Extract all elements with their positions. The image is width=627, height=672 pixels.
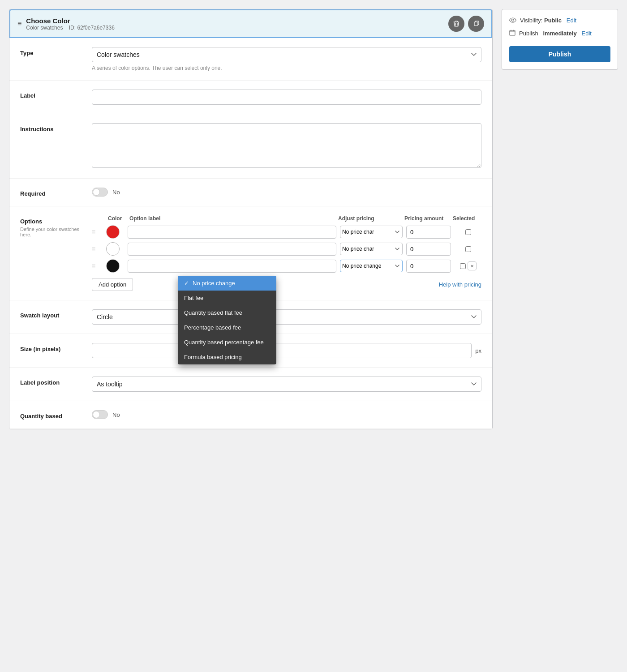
option-row-1: ≡ No price char [92,225,481,239]
pricing-select-2[interactable]: No price char [340,243,403,255]
options-row: Options Define your color swatches here.… [9,206,492,300]
label-control: Choose Color [92,90,481,105]
required-toggle-label: No [112,189,120,196]
color-swatch-2[interactable] [106,242,120,256]
pricing-amount-3[interactable] [406,260,451,273]
label-input[interactable]: Choose Color [92,90,481,105]
instructions-control [92,123,481,169]
required-toggle[interactable] [92,188,108,197]
field-header: ≡ Choose Color Color swatches ID: 62f0e7… [9,9,492,38]
svg-rect-2 [510,30,515,35]
required-toggle-knob [93,188,100,196]
color-swatch-1[interactable] [106,225,120,239]
required-label: Required [20,188,83,197]
publish-card: Visibility: Public Edit Publish [502,9,618,70]
col-selected: Selected [453,215,480,222]
size-input[interactable]: 30 [92,343,472,358]
size-control: 30 px [92,343,481,358]
quantity-based-row: Quantity based No [9,401,492,429]
option-label-input-2[interactable] [128,243,336,256]
type-label: Type [20,47,83,56]
selected-checkbox-2[interactable] [465,246,471,252]
publish-timing-label: Publish immediately Edit [519,30,592,37]
svg-rect-0 [474,22,478,26]
option-label-input-1[interactable] [128,226,336,239]
quantity-based-label: Quantity based [20,410,83,419]
drag-handle-icon[interactable]: ≡ [17,20,21,28]
publish-edit-link[interactable]: Edit [581,30,591,37]
options-actions: Add option Help with pricing [92,278,481,291]
dropdown-item-flat-fee[interactable]: Flat fee [178,291,276,305]
swatch-layout-control: Circle [92,309,481,325]
size-unit: px [475,347,481,354]
col-option-label: Option label [129,215,335,222]
duplicate-button[interactable] [468,16,484,32]
instructions-textarea[interactable] [92,123,481,168]
instructions-label: Instructions [20,123,83,133]
label-position-control: As tooltip [92,377,481,392]
option-row-3: ≡ No price change ✕ [92,259,481,273]
dropdown-item-pct-fee[interactable]: Percentage based fee [178,320,276,335]
drag-handle-3[interactable]: ≡ [92,262,103,270]
options-label: Options Define your color swatches here. [20,215,83,237]
type-row: Type Color swatches A series of color op… [9,38,492,81]
swatch-layout-select[interactable]: Circle [92,309,481,325]
drag-handle-1[interactable]: ≡ [92,228,103,235]
option-row-2: ≡ No price char [92,242,481,256]
add-option-button[interactable]: Add option [92,278,133,291]
type-select[interactable]: Color swatches [92,47,481,62]
swatch-layout-label: Swatch layout [20,309,83,319]
col-color: Color [108,215,126,222]
visibility-icon [509,17,516,24]
dropdown-item-formula[interactable]: Formula based pricing [178,350,276,364]
quantity-based-toggle-label: No [112,411,120,418]
quantity-based-toggle[interactable] [92,410,108,419]
dropdown-item-qty-pct[interactable]: Quantity based percentage fee [178,335,276,350]
required-row: Required No [9,179,492,206]
selected-checkbox-3[interactable] [460,263,466,269]
help-pricing-link[interactable]: Help with pricing [439,281,481,288]
visibility-edit-link[interactable]: Edit [567,17,576,24]
visibility-row: Visibility: Public Edit [509,17,610,24]
dropdown-item-qty-flat[interactable]: Quantity based flat fee [178,305,276,320]
publish-button[interactable]: Publish [509,46,610,62]
quantity-based-toggle-knob [93,411,100,418]
field-title: Choose Color [26,17,114,25]
delete-button[interactable] [448,16,464,32]
type-control: Color swatches A series of color options… [92,47,481,71]
option-label-input-3[interactable] [128,260,336,273]
label-position-row: Label position As tooltip [9,368,492,401]
dropdown-item-no-price-change[interactable]: ✓ No price change [178,276,276,291]
size-label: Size (in pixels) [20,343,83,352]
col-adjust-pricing: Adjust pricing [338,215,401,222]
quantity-based-control: No [92,410,481,419]
drag-handle-2[interactable]: ≡ [92,245,103,253]
pricing-amount-2[interactable] [406,243,451,256]
side-panel: Visibility: Public Edit Publish [502,9,618,429]
pricing-select-3[interactable]: No price change [340,260,403,272]
pricing-select-1[interactable]: No price char [340,226,403,238]
label-position-label: Label position [20,377,83,386]
pricing-dropdown: ✓ No price change Flat fee Quantity base… [178,276,276,364]
field-subtitle: Color swatches ID: 62f0e7a6e7336 [26,25,114,31]
options-hint: Define your color swatches here. [20,227,83,237]
publish-timing-row: Publish immediately Edit [509,30,610,37]
pricing-amount-1[interactable] [406,226,451,239]
color-swatch-3[interactable] [106,259,120,273]
col-pricing-amount: Pricing amount [404,215,449,222]
calendar-icon [509,30,515,37]
label-position-select[interactable]: As tooltip [92,377,481,392]
svg-point-1 [512,19,514,21]
options-control: Color Option label Adjust pricing Pricin… [92,215,481,291]
selected-checkbox-1[interactable] [465,229,471,235]
label-label: Label [20,90,83,99]
visibility-label: Visibility: Public Edit [520,17,576,24]
instructions-row: Instructions [9,114,492,179]
type-hint: A series of color options. The user can … [92,65,481,71]
delete-option-3[interactable]: ✕ [468,261,477,270]
options-header: Color Option label Adjust pricing Pricin… [92,215,481,222]
label-row: Label Choose Color [9,81,492,114]
required-control: No [92,188,481,197]
